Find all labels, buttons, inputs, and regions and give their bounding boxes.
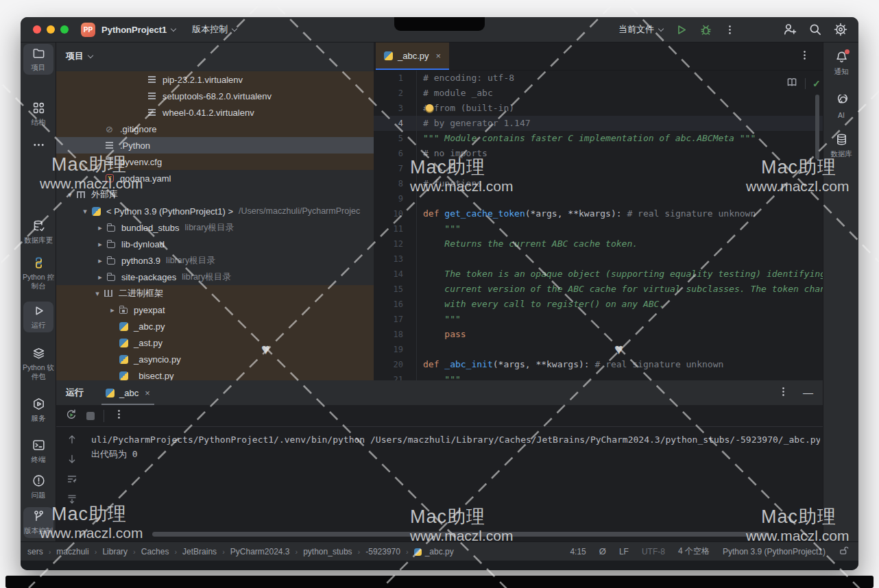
tree-item[interactable]: ▸lib-dynload [56, 236, 374, 252]
sidebar-item-运行[interactable]: 运行 [21, 304, 56, 330]
run-panel-more-icon[interactable] [778, 386, 789, 400]
settings-gear-icon[interactable] [834, 23, 847, 36]
chevron-right-icon[interactable]: ▸ [106, 306, 119, 315]
sidebar-item-问题[interactable]: 问题 [21, 474, 56, 500]
run-icon[interactable] [675, 23, 688, 36]
tree-item[interactable]: ▸python3.9library根目录 [56, 252, 374, 269]
sidebar-item-结构[interactable]: 结构 [21, 101, 56, 127]
breadcrumb-item[interactable]: Caches [140, 547, 171, 556]
code-line-15[interactable]: 15 current version of the ABC cache for … [374, 282, 823, 297]
tree-item[interactable]: pip-23.2.1.virtualenv [56, 71, 374, 88]
sidebar-item-数据库[interactable]: 数据库 [823, 133, 858, 158]
code-line-8[interactable]: 8# functions [374, 176, 823, 191]
breadcrumb-item[interactable]: python_stubs [302, 547, 353, 556]
close-tab-icon[interactable]: × [145, 388, 150, 398]
tree-item[interactable]: pyvenv.cfg [56, 154, 374, 170]
reader-mode-icon[interactable] [786, 76, 798, 91]
sidebar-item-通知[interactable]: 通知 [823, 51, 858, 76]
run-console[interactable]: uli/PycharmProjects/PythonProject1/.venv… [56, 427, 823, 541]
code-line-5[interactable]: 5""" Module contains faster C implementa… [374, 131, 823, 146]
tree-item[interactable]: _abc.py [56, 318, 374, 334]
highlighting-level-icon[interactable]: Ø [599, 546, 606, 556]
tree-item[interactable]: wheel-0.41.2.virtualenv [56, 104, 374, 121]
editor-options-icon[interactable] [799, 49, 810, 64]
code-with-me-icon[interactable] [783, 23, 797, 36]
code-line-20[interactable]: 20def _abc_init(*args, **kwargs): # real… [374, 357, 823, 372]
editor-scrollbar[interactable] [815, 95, 819, 160]
sidebar-item-数据库更[interactable]: 数据库更 [21, 219, 56, 245]
close-tab-icon[interactable]: × [436, 51, 442, 61]
tree-item[interactable]: .Python [56, 137, 374, 154]
chevron-right-icon[interactable]: ▸ [93, 240, 107, 249]
code-line-6[interactable]: 6# no imports [374, 146, 823, 161]
tree-item[interactable]: _asyncio.py [56, 351, 374, 367]
code-line-10[interactable]: 10def get_cache_token(*args, **kwargs): … [374, 206, 823, 221]
tree-item[interactable]: ▸pyexpat [56, 302, 374, 318]
zoom-window-button[interactable] [60, 25, 69, 34]
code-line-14[interactable]: 14 The token is an opaque object (suppor… [374, 267, 823, 282]
tree-item[interactable]: _ast.py [56, 334, 374, 351]
python-interpreter[interactable]: Python 3.9 (PythonProject1) [723, 547, 826, 556]
code-line-19[interactable]: 19 [374, 342, 823, 357]
tree-item[interactable]: ⊘.gitignore [56, 121, 374, 137]
code-line-16[interactable]: 16 with every call to register() on any … [374, 297, 823, 312]
code-line-13[interactable]: 13 [374, 252, 823, 267]
vcs-widget[interactable]: 版本控制 [192, 23, 237, 36]
sidebar-item-more[interactable] [21, 138, 56, 155]
unlock-icon[interactable] [839, 546, 849, 558]
sidebar-item-服务[interactable]: 服务 [21, 397, 56, 423]
sidebar-item-AI[interactable]: AI [823, 95, 858, 120]
stop-icon[interactable] [86, 412, 95, 420]
soft-wrap-icon[interactable] [67, 474, 77, 487]
sidebar-item-版本控制[interactable]: 版本控制 [21, 510, 56, 535]
breadcrumb-item[interactable]: Library [101, 547, 129, 556]
code-line-18[interactable]: 18 pass [374, 327, 823, 342]
minimize-window-button[interactable] [47, 25, 55, 34]
tree-item[interactable]: Yqodana.yaml [56, 170, 374, 186]
code-line-12[interactable]: 12 Returns the current ABC cache token. [374, 236, 823, 252]
code-line-2[interactable]: 2# module _abc [374, 86, 823, 101]
search-everywhere-icon[interactable] [808, 23, 822, 36]
editor-tab-abc-py[interactable]: _abc.py × [376, 42, 449, 70]
up-stacktrace-icon[interactable] [67, 434, 77, 448]
line-separator[interactable]: LF [619, 547, 629, 556]
breadcrumb-item[interactable]: maczhuli [55, 547, 90, 556]
chevron-down-icon[interactable]: ▾ [78, 207, 92, 216]
minimize-panel-icon[interactable]: — [803, 389, 813, 396]
sidebar-item-终端[interactable]: 终端 [21, 439, 56, 464]
code-line-7[interactable]: 7 [374, 161, 823, 176]
tree-item[interactable]: ▾二进制框架 [56, 285, 374, 302]
console-more-icon[interactable] [113, 408, 125, 423]
chevron-down-icon[interactable]: ▾ [63, 191, 77, 199]
down-stacktrace-icon[interactable] [67, 454, 77, 467]
scroll-to-end-icon[interactable] [67, 493, 77, 507]
console-output[interactable]: uli/PycharmProjects/PythonProject1/.venv… [91, 432, 820, 530]
breadcrumb-item[interactable]: sers [26, 547, 45, 556]
breadcrumb-item[interactable]: -5923970 [364, 547, 402, 556]
tree-item[interactable]: ▾外部库 [56, 186, 374, 203]
code-line-17[interactable]: 17 """ [374, 312, 823, 327]
code-line-1[interactable]: 1# encoding: utf-8 [374, 71, 823, 86]
intention-bulb-icon[interactable] [426, 104, 433, 112]
inspections-ok-icon[interactable]: ✓ [812, 78, 821, 89]
project-widget[interactable]: PythonProject1 [101, 25, 176, 35]
tree-item[interactable]: ▸site-packageslibrary根目录 [56, 269, 374, 285]
code-line-9[interactable]: 9 [374, 191, 823, 206]
tree-item[interactable]: setuptools-68.2.0.virtualenv [56, 88, 374, 104]
indent-style[interactable]: 4 个空格 [678, 546, 710, 557]
chevron-right-icon[interactable]: ▸ [93, 273, 107, 282]
debug-icon[interactable] [699, 23, 712, 36]
breadcrumb-item[interactable]: _abc.py [413, 547, 455, 556]
file-encoding[interactable]: UTF-8 [642, 547, 665, 556]
sidebar-item-Python 控制台[interactable]: Python 控制台 [21, 256, 56, 291]
code-line-3[interactable]: 3# from (built-in) [374, 101, 823, 116]
code-editor[interactable]: ✓ 1# encoding: utf-82# module _abc3# fro… [374, 71, 823, 380]
sidebar-item-项目[interactable]: 项目 [21, 47, 56, 72]
caret-position[interactable]: 4:15 [570, 547, 586, 556]
breadcrumb-item[interactable]: PyCharm2024.3 [229, 547, 291, 556]
chevron-right-icon[interactable]: ▸ [93, 223, 107, 232]
project-panel-header[interactable]: 项目 [56, 42, 374, 70]
horizontal-scrollbar[interactable] [152, 532, 769, 537]
rerun-icon[interactable] [65, 408, 77, 424]
chevron-down-icon[interactable]: ▾ [91, 289, 104, 298]
